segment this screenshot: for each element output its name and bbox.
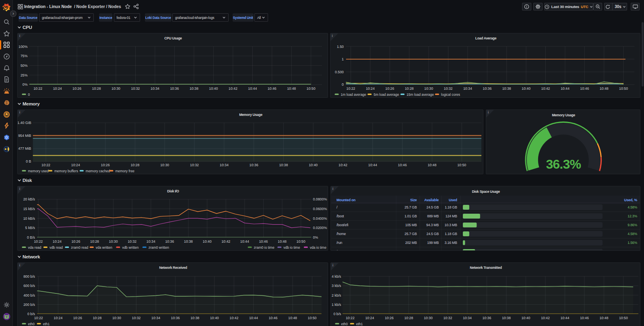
svg-text:889 MB: 889 MB xyxy=(427,214,439,218)
svg-text:10:24: 10:24 xyxy=(365,86,374,90)
svg-text:10:46: 10:46 xyxy=(259,239,268,243)
svg-text:1.18 GB: 1.18 GB xyxy=(445,205,457,209)
svg-text:10:44: 10:44 xyxy=(248,86,257,90)
svg-text:0%: 0% xyxy=(23,83,28,87)
svg-text:15m load average: 15m load average xyxy=(407,92,434,96)
svg-text:25.7 GB: 25.7 GB xyxy=(405,232,417,236)
svg-text:10:34: 10:34 xyxy=(151,86,159,90)
svg-text:10:24: 10:24 xyxy=(53,239,62,243)
svg-text:10:50: 10:50 xyxy=(297,239,305,243)
svg-text:10:30: 10:30 xyxy=(109,239,118,243)
svg-text:10:36: 10:36 xyxy=(165,239,174,243)
svg-text:10:40: 10:40 xyxy=(210,316,219,320)
svg-text:2 kb/s: 2 kb/s xyxy=(332,293,341,297)
svg-text:vda io time: vda io time xyxy=(310,245,326,249)
svg-text:10:26: 10:26 xyxy=(71,239,80,243)
svg-text:10:46: 10:46 xyxy=(580,316,589,320)
svg-text:/boot: /boot xyxy=(336,214,344,218)
svg-text:1.18 GB: 1.18 GB xyxy=(445,232,457,236)
svg-text:10:34: 10:34 xyxy=(220,163,229,167)
svg-text:vda read: vda read xyxy=(28,245,41,249)
svg-text:10:36: 10:36 xyxy=(170,86,179,90)
svg-text:10:38: 10:38 xyxy=(190,86,198,90)
svg-text:10:38: 10:38 xyxy=(502,86,511,90)
svg-text:9.86%: 9.86% xyxy=(627,223,637,227)
svg-text:10:36: 10:36 xyxy=(250,163,258,167)
svg-text:10:48: 10:48 xyxy=(288,316,297,320)
svg-text:Mounted on: Mounted on xyxy=(336,198,355,202)
svg-text:10:32: 10:32 xyxy=(132,316,140,320)
svg-text:10:48: 10:48 xyxy=(287,86,296,90)
svg-text:memory cached: memory cached xyxy=(86,169,110,173)
svg-text:1m load average: 1m load average xyxy=(341,92,366,96)
svg-text:477 MiB: 477 MiB xyxy=(18,146,31,151)
svg-text:eth0: eth0 xyxy=(28,322,35,326)
svg-text:Available: Available xyxy=(424,198,439,202)
svg-text:10:50: 10:50 xyxy=(457,163,466,167)
svg-text:94.3 MB: 94.3 MB xyxy=(426,223,439,227)
svg-text:10:50: 10:50 xyxy=(619,86,628,90)
svg-text:vdb written: vdb written xyxy=(122,245,138,249)
svg-text:1: 1 xyxy=(342,57,344,61)
svg-text:10:44: 10:44 xyxy=(368,163,377,167)
svg-text:36.3%: 36.3% xyxy=(546,157,581,171)
svg-text:Memory Usage: Memory Usage xyxy=(239,112,262,116)
svg-text:10:42: 10:42 xyxy=(339,163,347,167)
svg-text:3.16 MB: 3.16 MB xyxy=(445,241,457,245)
svg-text:25.7 GB: 25.7 GB xyxy=(405,205,417,209)
svg-text:50%: 50% xyxy=(21,63,28,67)
svg-text:4 kb/s: 4 kb/s xyxy=(332,274,341,278)
svg-text:24.5 GB: 24.5 GB xyxy=(427,232,439,236)
svg-text:10:40: 10:40 xyxy=(309,163,318,167)
svg-text:10:40: 10:40 xyxy=(521,316,530,320)
svg-text:0 B/s: 0 B/s xyxy=(27,235,35,239)
svg-text:10:32: 10:32 xyxy=(131,86,140,90)
svg-text:10:34: 10:34 xyxy=(147,239,155,243)
svg-text:10:46: 10:46 xyxy=(268,316,277,320)
svg-text:10:28: 10:28 xyxy=(130,163,139,167)
svg-text:10:50: 10:50 xyxy=(308,316,316,320)
svg-text:10:44: 10:44 xyxy=(249,316,258,320)
svg-text:10:46: 10:46 xyxy=(398,163,407,167)
svg-text:8.72%: 8.72% xyxy=(627,250,637,251)
svg-text:202 MB: 202 MB xyxy=(405,241,417,245)
svg-text:124 MB: 124 MB xyxy=(446,214,457,218)
svg-text:10:48: 10:48 xyxy=(599,86,608,90)
svg-text:0.0600%: 0.0600% xyxy=(313,206,327,210)
svg-text:0: 0 xyxy=(28,92,30,96)
svg-text:505 MB: 505 MB xyxy=(405,250,417,251)
svg-text:10:46: 10:46 xyxy=(268,86,277,90)
svg-text:Used: Used xyxy=(449,198,457,202)
svg-text:Network Transmitted: Network Transmitted xyxy=(470,265,502,269)
svg-text:10:28: 10:28 xyxy=(93,316,101,320)
svg-text:memory buffers: memory buffers xyxy=(54,169,78,173)
svg-text:12.3%: 12.3% xyxy=(627,214,637,218)
svg-text:10:38: 10:38 xyxy=(190,316,199,320)
svg-text:0%: 0% xyxy=(313,235,318,239)
svg-text:10:30: 10:30 xyxy=(160,163,169,167)
svg-text:zram0 read: zram0 read xyxy=(71,245,88,249)
svg-text:15 kB/s: 15 kB/s xyxy=(23,206,35,210)
svg-text:10:34: 10:34 xyxy=(463,86,472,90)
svg-text:Disk Space Usage: Disk Space Usage xyxy=(472,189,500,193)
svg-text:10:24: 10:24 xyxy=(53,86,62,90)
svg-text:10 kB/s: 10 kB/s xyxy=(23,216,35,220)
svg-text:10:40: 10:40 xyxy=(209,86,218,90)
svg-text:0: 0 xyxy=(342,83,344,87)
svg-text:10:42: 10:42 xyxy=(221,239,230,243)
svg-text:10:22: 10:22 xyxy=(346,316,355,320)
svg-text:199 MB: 199 MB xyxy=(427,241,439,245)
svg-text:10:46: 10:46 xyxy=(580,86,589,90)
svg-text:10:28: 10:28 xyxy=(405,86,413,90)
svg-text:10:36: 10:36 xyxy=(482,316,491,320)
svg-text:10:32: 10:32 xyxy=(443,316,452,320)
svg-text:10:30: 10:30 xyxy=(424,86,433,90)
svg-text:24.5 GB: 24.5 GB xyxy=(427,205,439,209)
svg-text:5 kB/s: 5 kB/s xyxy=(25,226,35,230)
svg-text:75%: 75% xyxy=(21,54,28,58)
svg-text:vdb read: vdb read xyxy=(50,245,63,249)
svg-text:eth0: eth0 xyxy=(341,322,348,326)
svg-text:vda written: vda written xyxy=(96,245,112,249)
svg-text:10:36: 10:36 xyxy=(483,86,491,90)
svg-text:10:30: 10:30 xyxy=(424,316,433,320)
